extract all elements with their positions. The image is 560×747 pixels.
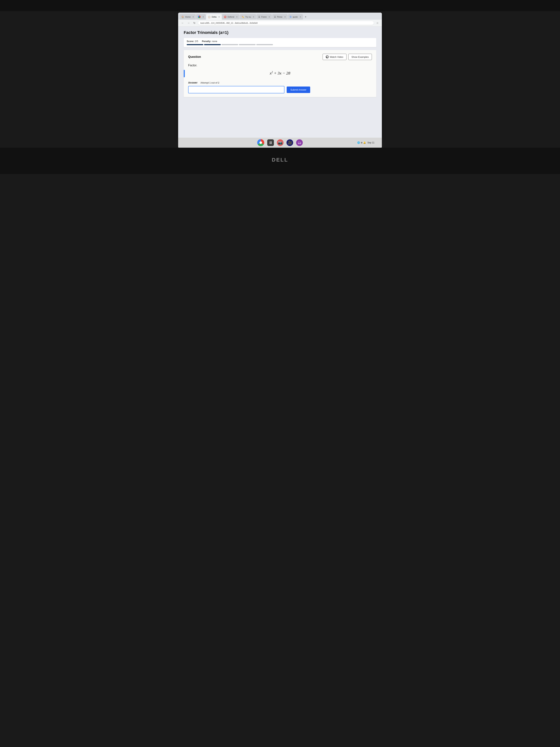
foren-icon: ☰ — [258, 16, 260, 18]
submit-answer-button[interactable]: Submit Answer — [287, 86, 310, 93]
camera-icon[interactable]: 📷 — [277, 139, 284, 146]
delta-icon: 📋 — [208, 16, 211, 18]
tab-close-tryou[interactable]: ✕ — [253, 16, 254, 18]
chrome-small-icon — [198, 16, 201, 18]
penalty-label: Penalty: none — [202, 40, 217, 43]
tab-close-foren[interactable]: ✕ — [268, 16, 270, 18]
forward-button[interactable]: → — [186, 21, 191, 25]
tab-close-perso[interactable]: ✕ — [284, 16, 286, 18]
progress-seg-1 — [187, 44, 203, 45]
play-circle-icon: ▶ — [326, 55, 329, 58]
answer-row: Submit Answer — [188, 86, 372, 93]
progress-seg-3 — [221, 44, 238, 45]
factor-prompt: Factor. — [188, 64, 372, 67]
tab-close-delta[interactable]: ✕ — [218, 16, 220, 18]
page-title: Factor Trinomials (a=1) — [184, 30, 376, 35]
math-expression: x2 + 3x − 28 — [188, 71, 372, 76]
tab-delta[interactable]: 📋 Delta ✕ — [206, 14, 222, 20]
taskbar: 🖥 📷 🎥 🗂 🌐 ⊕ 🔔 Sep 11 — [178, 138, 382, 148]
tab-2[interactable]: ✕ — [196, 14, 206, 20]
tab-close-2[interactable]: ✕ — [203, 16, 204, 18]
tab-tryou[interactable]: ✏️ Try ou ✕ — [240, 14, 256, 20]
refresh-button[interactable]: ↻ — [192, 21, 197, 25]
sidebar-accent — [184, 70, 185, 77]
chrome-taskbar-icon[interactable] — [257, 139, 264, 146]
score-label: Score: 2/5 — [187, 40, 198, 43]
bottom-area: DELL — [0, 148, 560, 174]
defend-icon: ⭕ — [224, 16, 226, 18]
video-icon[interactable]: 🎥 — [287, 139, 293, 146]
new-tab-button[interactable]: + — [303, 15, 308, 19]
tryou-icon: ✏️ — [242, 16, 244, 18]
tab-perso[interactable]: ☰ Perso ✕ — [272, 14, 288, 20]
page-content: Factor Trinomials (a=1) Score: 2/5 Penal… — [178, 26, 382, 138]
question-header: Question ▶ Watch Video Show Examples — [188, 54, 372, 60]
home-icon: 🏠 — [182, 16, 184, 18]
address-bar: ← → ↻ ☆ — [178, 20, 382, 26]
tab-close-home[interactable]: ✕ — [192, 16, 194, 18]
tab-home[interactable]: 🏠 Home ✕ — [180, 14, 196, 20]
question-label: Question — [188, 55, 201, 58]
show-examples-button[interactable]: Show Examples — [348, 54, 372, 60]
answer-label-row: Answer Attempt 1 out of 2 — [188, 81, 372, 84]
header-buttons: ▶ Watch Video Show Examples — [323, 54, 372, 60]
attempt-text: Attempt 1 out of 2 — [201, 81, 219, 84]
taskbar-date: Sep 11 — [367, 141, 374, 144]
files-icon[interactable]: 🗂 — [296, 139, 303, 146]
taskbar-icons: 🖥 📷 🎥 🗂 — [257, 139, 303, 146]
watch-video-button[interactable]: ▶ Watch Video — [323, 54, 346, 60]
browser-window: 🏠 Home ✕ ✕ 📋 Delta ✕ ⭕ Defend ✕ ✏️ Try o… — [178, 12, 382, 138]
screen-recorder-icon[interactable]: 🖥 — [267, 139, 274, 146]
answer-input[interactable] — [188, 86, 285, 93]
progress-seg-2 — [204, 44, 221, 45]
answer-section: Answer Attempt 1 out of 2 Submit Answer — [188, 81, 372, 93]
system-tray: 🌐 ⊕ 🔔 — [357, 141, 366, 144]
google-icon: G — [290, 16, 292, 18]
question-card-wrapper: Question ▶ Watch Video Show Examples Fac… — [184, 50, 376, 97]
perso-icon: ☰ — [274, 16, 276, 18]
progress-bar — [187, 44, 373, 45]
tab-close-defend[interactable]: ✕ — [236, 16, 238, 18]
score-panel: Score: 2/5 Penalty: none — [184, 38, 376, 47]
taskbar-right: 🌐 ⊕ 🔔 Sep 11 — [357, 141, 374, 144]
dell-logo: DELL — [0, 151, 560, 166]
bookmark-button[interactable]: ☆ — [375, 21, 380, 25]
progress-seg-5 — [256, 44, 273, 45]
tab-foren[interactable]: ☰ Foren ✕ — [257, 14, 272, 20]
question-card: Question ▶ Watch Video Show Examples Fac… — [184, 50, 376, 97]
progress-seg-4 — [239, 44, 256, 45]
tab-bar: 🏠 Home ✕ ✕ 📋 Delta ✕ ⭕ Defend ✕ ✏️ Try o… — [178, 12, 382, 20]
tab-defend[interactable]: ⭕ Defend ✕ — [222, 14, 239, 20]
back-button[interactable]: ← — [180, 21, 185, 25]
url-input[interactable] — [198, 21, 374, 25]
tab-close-quote[interactable]: ✕ — [300, 16, 301, 18]
tab-quote[interactable]: G quote ✕ — [288, 14, 303, 20]
